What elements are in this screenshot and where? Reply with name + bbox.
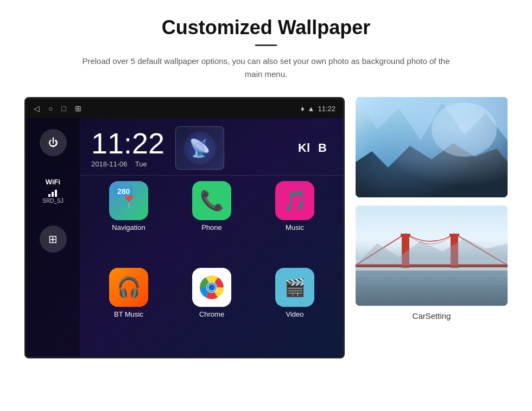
tablet-screen: ⏻ WiFi SRD_SJ ⊞ xyxy=(26,118,343,357)
app-grid: 280 📍 Navigation 📞 Phone xyxy=(80,176,343,357)
wifi-status-icon: ▲ xyxy=(308,105,315,113)
svg-rect-11 xyxy=(356,260,508,276)
power-icon: ⏻ xyxy=(48,137,58,149)
video-icon: 🎬 xyxy=(284,277,306,298)
wifi-block[interactable]: WiFi SRD_SJ xyxy=(42,178,63,204)
apps-icon: ⊞ xyxy=(48,233,58,246)
status-time: 11:22 xyxy=(318,105,335,113)
map-badge: 280 xyxy=(115,187,132,196)
app-label-video: Video xyxy=(286,310,303,318)
bluetooth-icon: 🎧 xyxy=(109,268,148,307)
svg-rect-10 xyxy=(356,206,508,271)
app-label-phone: Phone xyxy=(201,223,222,232)
app-item-phone[interactable]: 📞 Phone xyxy=(172,181,252,265)
page-description: Preload over 5 default wallpaper options… xyxy=(76,55,456,81)
day-value: Tue xyxy=(135,160,147,168)
app-item-navigation[interactable]: 280 📍 Navigation xyxy=(88,181,169,265)
svg-point-5 xyxy=(208,284,215,291)
power-button[interactable]: ⏻ xyxy=(40,129,67,156)
bridge-wallpaper xyxy=(356,206,508,306)
status-bar-right: ♦ ▲ 11:22 xyxy=(301,105,335,113)
svg-rect-12 xyxy=(356,271,508,306)
app-label-btmusic: BT Music xyxy=(114,310,143,318)
tablet-sidebar: ⏻ WiFi SRD_SJ ⊞ xyxy=(26,118,80,357)
time-display: 11:22 xyxy=(91,129,164,158)
radio-glow xyxy=(183,132,216,164)
app-letter-k: Kl xyxy=(298,141,310,155)
wifi-label: WiFi xyxy=(42,178,63,186)
app-icon-video: 🎬 xyxy=(275,268,314,307)
app-item-music[interactable]: 🎵 Music xyxy=(255,181,335,265)
page-title: Customized Wallpaper xyxy=(76,16,456,39)
app-item-video[interactable]: 🎬 Video xyxy=(255,268,335,352)
app-label-chrome: Chrome xyxy=(199,310,224,318)
svg-rect-16 xyxy=(402,235,409,268)
screenshot-icon[interactable]: ⊞ xyxy=(75,104,81,113)
app-icon-navigation: 280 📍 xyxy=(109,181,148,220)
app-letters: Kl B xyxy=(298,141,332,155)
time-widget: 11:22 2018-11-06 Tue 📡 Kl B xyxy=(80,118,343,176)
app-icon-btmusic: 🎧 xyxy=(109,268,148,307)
tablet-mockup: ◁ ○ □ ⊞ ♦ ▲ 11:22 ⏻ WiFi xyxy=(24,97,345,358)
wifi-ssid: SRD_SJ xyxy=(42,198,63,204)
wallpaper-column: CarSetting xyxy=(356,97,508,321)
svg-marker-8 xyxy=(356,143,508,197)
apps-button[interactable]: ⊞ xyxy=(40,226,67,253)
svg-marker-7 xyxy=(356,97,508,140)
location-icon: ♦ xyxy=(301,105,305,113)
wallpaper-thumb-bridge[interactable] xyxy=(356,206,508,306)
wifi-bar-2 xyxy=(52,192,54,197)
music-icon: 🎵 xyxy=(283,189,307,212)
carsetting-label: CarSetting xyxy=(413,311,451,320)
nav-icon-inner: 280 📍 xyxy=(109,181,148,220)
svg-rect-17 xyxy=(451,235,458,268)
ice-cave-svg xyxy=(356,97,508,197)
wallpaper-thumb-ice[interactable] xyxy=(356,97,508,197)
main-display: 11:22 2018-11-06 Tue 📡 Kl B xyxy=(80,118,343,357)
app-letter-b: B xyxy=(318,141,327,155)
radio-widget[interactable]: 📡 xyxy=(175,126,224,170)
date-display: 2018-11-06 Tue xyxy=(91,160,164,168)
time-block: 11:22 2018-11-06 Tue xyxy=(91,129,164,168)
app-item-btmusic[interactable]: 🎧 BT Music xyxy=(88,268,169,352)
main-content: ◁ ○ □ ⊞ ♦ ▲ 11:22 ⏻ WiFi xyxy=(0,92,532,375)
phone-icon: 📞 xyxy=(200,189,224,212)
app-icon-chrome xyxy=(192,268,231,307)
svg-rect-6 xyxy=(356,97,508,197)
status-bar: ◁ ○ □ ⊞ ♦ ▲ 11:22 xyxy=(26,99,343,118)
wifi-bars xyxy=(42,188,63,197)
app-item-chrome[interactable]: Chrome xyxy=(172,268,252,352)
bridge-svg xyxy=(356,206,508,306)
status-bar-left: ◁ ○ □ ⊞ xyxy=(34,104,81,113)
wifi-bar-1 xyxy=(48,194,50,197)
carsetting-label-container: CarSetting xyxy=(356,311,508,321)
ice-cave-wallpaper xyxy=(356,97,508,197)
title-divider xyxy=(255,44,277,46)
date-value: 2018-11-06 xyxy=(91,160,128,168)
app-icon-music: 🎵 xyxy=(275,181,314,220)
svg-rect-15 xyxy=(356,264,508,267)
chrome-svg xyxy=(199,274,225,300)
app-label-navigation: Navigation xyxy=(112,223,145,232)
app-icon-phone: 📞 xyxy=(192,181,231,220)
page-header: Customized Wallpaper Preload over 5 defa… xyxy=(33,0,499,92)
recents-icon[interactable]: □ xyxy=(61,104,66,113)
wifi-bar-3 xyxy=(55,190,57,197)
home-icon[interactable]: ○ xyxy=(48,104,53,113)
back-icon[interactable]: ◁ xyxy=(34,104,40,113)
svg-point-9 xyxy=(432,102,497,157)
app-label-music: Music xyxy=(286,223,304,232)
